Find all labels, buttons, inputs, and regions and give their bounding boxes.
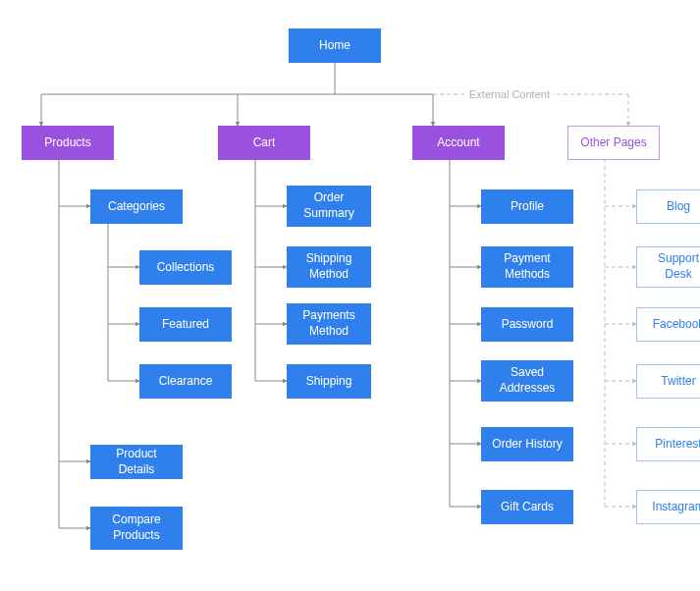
node-order-summary[interactable]: Order Summary [287, 186, 371, 227]
node-featured[interactable]: Featured [139, 307, 232, 342]
node-twitter[interactable]: Twitter [636, 364, 700, 399]
node-shipping-method[interactable]: Shipping Method [287, 246, 371, 288]
node-compare-products[interactable]: Compare Products [90, 507, 183, 550]
node-shipping[interactable]: Shipping [287, 364, 371, 399]
node-payments-method[interactable]: Payments Method [287, 303, 371, 345]
node-product-details[interactable]: Product Details [90, 445, 183, 479]
connector-lines [0, 0, 700, 591]
node-support-desk[interactable]: Support Desk [636, 246, 700, 288]
node-categories[interactable]: Categories [90, 189, 183, 224]
node-header-account[interactable]: Account [412, 126, 505, 160]
node-profile[interactable]: Profile [481, 189, 573, 224]
node-payment-methods[interactable]: Payment Methods [481, 246, 573, 288]
node-home[interactable]: Home [289, 28, 381, 63]
node-password[interactable]: Password [481, 307, 573, 342]
node-gift-cards[interactable]: Gift Cards [481, 490, 573, 524]
node-clearance[interactable]: Clearance [139, 364, 232, 399]
node-collections[interactable]: Collections [139, 250, 232, 285]
node-order-history[interactable]: Order History [481, 427, 573, 461]
node-facebook[interactable]: Facebook [636, 307, 700, 342]
node-pinterest[interactable]: Pinterest [636, 427, 700, 461]
node-instagram[interactable]: Instagram [636, 490, 700, 524]
node-header-other-pages[interactable]: Other Pages [567, 126, 660, 160]
node-blog[interactable]: Blog [636, 189, 700, 224]
node-header-products[interactable]: Products [22, 126, 114, 160]
node-header-cart[interactable]: Cart [218, 126, 310, 160]
node-saved-addresses[interactable]: Saved Addresses [481, 360, 573, 402]
external-content-label: External Content [466, 88, 553, 100]
